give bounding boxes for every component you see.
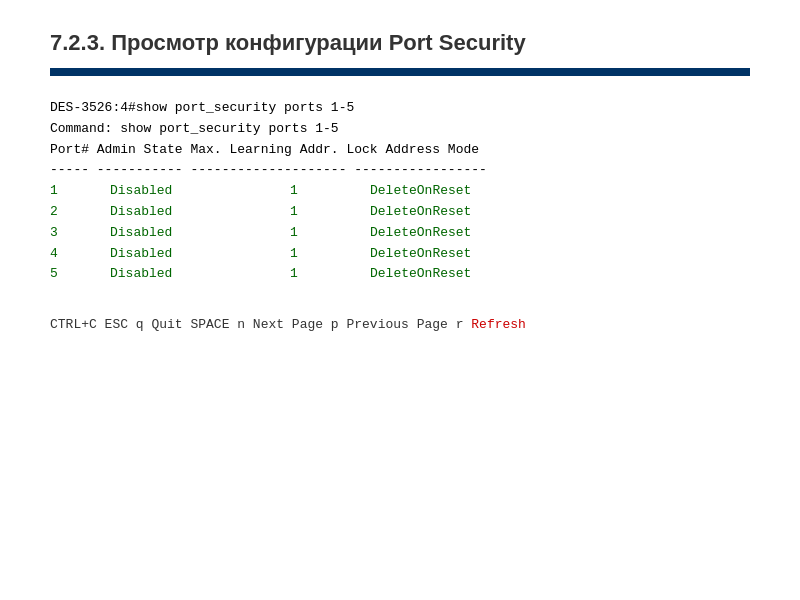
header-row: Port# Admin State Max. Learning Addr. Lo… [50,140,750,161]
cell-state: Disabled [110,264,290,285]
table-row: 5Disabled1DeleteOnReset [50,264,750,285]
separator-row: ----- ----------- -------------------- -… [50,160,750,181]
command-line-1: DES-3526:4#show port_security ports 1-5 [50,98,750,119]
cell-mode: DeleteOnReset [370,223,471,244]
cell-max: 1 [290,181,370,202]
data-rows-container: 1Disabled1DeleteOnReset2Disabled1DeleteO… [50,181,750,285]
page-title: 7.2.3. Просмотр конфигурации Port Securi… [50,30,750,56]
table-row: 3Disabled1DeleteOnReset [50,223,750,244]
terminal-content: DES-3526:4#show port_security ports 1-5 … [50,98,750,336]
cell-state: Disabled [110,181,290,202]
table-row: 2Disabled1DeleteOnReset [50,202,750,223]
footer-line: CTRL+C ESC q Quit SPACE n Next Page p Pr… [50,315,750,336]
cell-port: 3 [50,223,110,244]
table-row: 1Disabled1DeleteOnReset [50,181,750,202]
cell-port: 2 [50,202,110,223]
cell-mode: DeleteOnReset [370,264,471,285]
cell-mode: DeleteOnReset [370,244,471,265]
cell-port: 4 [50,244,110,265]
cell-state: Disabled [110,202,290,223]
cell-state: Disabled [110,244,290,265]
cell-mode: DeleteOnReset [370,202,471,223]
cell-port: 1 [50,181,110,202]
footer-text: CTRL+C ESC q Quit SPACE n Next Page p Pr… [50,317,471,332]
command-line-2: Command: show port_security ports 1-5 [50,119,750,140]
cell-mode: DeleteOnReset [370,181,471,202]
blue-bar [50,68,750,76]
cell-state: Disabled [110,223,290,244]
page-container: 7.2.3. Просмотр конфигурации Port Securi… [0,0,800,600]
cell-max: 1 [290,223,370,244]
cell-port: 5 [50,264,110,285]
cell-max: 1 [290,244,370,265]
cell-max: 1 [290,264,370,285]
cell-max: 1 [290,202,370,223]
refresh-text: Refresh [471,317,526,332]
table-row: 4Disabled1DeleteOnReset [50,244,750,265]
